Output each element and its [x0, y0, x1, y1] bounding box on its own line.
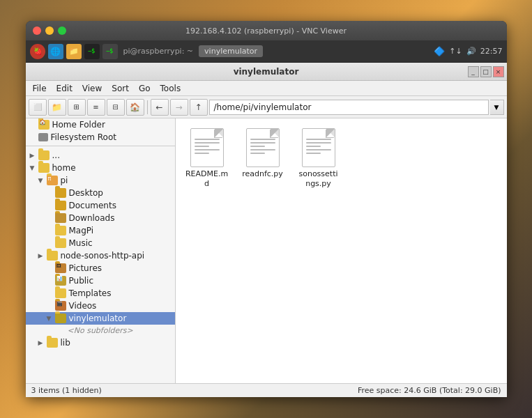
- rpi-logo[interactable]: 🍓: [30, 44, 45, 59]
- folder-icon-videos: 🎬: [55, 301, 66, 311]
- terminal-tab[interactable]: pi@raspberrypi: ~: [121, 47, 197, 56]
- close-button[interactable]: [33, 26, 41, 35]
- fm-close-button[interactable]: ×: [493, 66, 504, 77]
- folder-icon-lib: [47, 338, 58, 348]
- fm-files-area: README.md readnfc.py: [176, 118, 507, 383]
- file-item-readme[interactable]: README.md: [183, 125, 231, 192]
- menu-tools[interactable]: Tools: [156, 83, 185, 94]
- arrow-lib: ▶: [38, 339, 47, 346]
- rpi-taskbar: 🍓 🌐 📁 ─$ ─$ pi@raspberrypi: ~ vinylemula…: [26, 40, 507, 63]
- tb-home-btn[interactable]: 🏠: [126, 99, 144, 116]
- sidebar-item-home[interactable]: ▼ home: [26, 162, 175, 174]
- fm-maximize-button[interactable]: □: [480, 66, 492, 77]
- browser-button[interactable]: 🌐: [48, 44, 63, 59]
- tb-icon-view-btn[interactable]: ⬜: [29, 99, 47, 116]
- file-item-sonosset[interactable]: sonossettings.py: [294, 125, 343, 192]
- folder-icon-documents: [55, 201, 66, 210]
- hdd-icon: [38, 133, 48, 141]
- forward-button[interactable]: →: [170, 99, 188, 116]
- folder-icon-vinyl: [55, 314, 66, 323]
- tree-arrow-pi: ▼: [38, 177, 47, 184]
- file-item-readnfc[interactable]: readnfc.py: [238, 125, 287, 192]
- tb-folder-btn[interactable]: 📁: [48, 99, 66, 116]
- file-line: [250, 149, 275, 150]
- sidebar-item-magpi[interactable]: MagPi: [26, 224, 175, 237]
- sidebar-label-music: Music: [69, 238, 93, 248]
- terminal-button[interactable]: ─$: [84, 44, 100, 59]
- file-line: [250, 153, 266, 154]
- sidebar-item-vinylemulator[interactable]: ▼ vinylemulator: [26, 312, 175, 325]
- status-free-space: Free space: 24.6 GiB (Total: 29.0 GiB): [358, 386, 501, 395]
- sidebar-label-home: home: [52, 163, 76, 173]
- back-button[interactable]: ←: [151, 99, 169, 116]
- sidebar-label-pi: pi: [61, 176, 68, 185]
- sidebar-item-node-sonos[interactable]: ▶ node-sonos-http-api: [26, 249, 175, 262]
- sidebar-item-documents[interactable]: Documents: [26, 199, 175, 212]
- file-line: [306, 142, 331, 144]
- sidebar-item-pi[interactable]: ▼ π pi: [26, 174, 175, 187]
- nosub-label: <No subfolders>: [68, 326, 133, 335]
- sidebar-label-dotdot: ...: [52, 150, 60, 160]
- volume-icon: 🔊: [466, 47, 476, 56]
- file-line: [195, 153, 210, 154]
- menu-go[interactable]: Go: [135, 83, 155, 94]
- active-tab[interactable]: vinylemulator: [199, 45, 263, 57]
- folder-icon-node-sonos: [47, 251, 58, 261]
- sidebar-label-templates: Templates: [69, 288, 112, 298]
- sidebar-item-videos[interactable]: 🎬 Videos: [26, 300, 175, 312]
- sidebar-label-downloads: Downloads: [69, 213, 115, 223]
- address-dropdown[interactable]: ▼: [490, 100, 504, 115]
- file-line: [250, 142, 275, 144]
- tb-list-view-btn[interactable]: ≡: [87, 99, 105, 116]
- maximize-button[interactable]: [58, 26, 66, 35]
- sidebar-item-desktop[interactable]: Desktop: [26, 187, 175, 199]
- minimize-button[interactable]: [45, 26, 54, 35]
- sidebar-item-home-folder[interactable]: 🏠 Home Folder: [26, 118, 175, 131]
- folder-icon-templates: [55, 288, 66, 298]
- sidebar-item-filesystem-root[interactable]: Filesystem Root: [26, 131, 175, 144]
- status-items-count: 3 items (1 hidden): [31, 386, 102, 395]
- tree-arrow-dotdot: ▶: [30, 152, 38, 159]
- fm-title: vinylemulator: [234, 67, 299, 77]
- bluetooth-icon: 🔷: [434, 46, 445, 56]
- menu-sort[interactable]: Sort: [107, 83, 133, 94]
- toolbar-separator-1: [147, 100, 148, 114]
- sidebar-label-pictures: Pictures: [69, 263, 102, 273]
- file-corner: [215, 129, 223, 137]
- tb-grid-view-btn[interactable]: ⊞: [68, 99, 86, 116]
- sidebar-item-templates[interactable]: Templates: [26, 287, 175, 300]
- menu-file[interactable]: File: [29, 83, 51, 94]
- sidebar-label-lib: lib: [61, 338, 70, 348]
- fm-titlebar: vinylemulator _ □ ×: [26, 63, 507, 81]
- terminal2-button[interactable]: ─$: [102, 44, 118, 59]
- filemanager-taskbar-button[interactable]: 📁: [66, 44, 82, 59]
- menu-edit[interactable]: Edit: [52, 83, 77, 94]
- sidebar-label-desktop: Desktop: [69, 188, 104, 198]
- sidebar-item-music[interactable]: Music: [26, 237, 175, 249]
- folder-icon-downloads: [55, 213, 66, 223]
- sidebar-item-dotdot[interactable]: ▶ ...: [26, 149, 175, 162]
- sidebar-label-videos: Videos: [69, 301, 97, 311]
- sidebar-label-magpi: MagPi: [69, 226, 94, 235]
- network-icon: ↑↓: [449, 47, 462, 56]
- tb-detail-view-btn[interactable]: ⊟: [107, 99, 125, 116]
- sidebar-item-public[interactable]: 📊 Public: [26, 274, 175, 287]
- sidebar-item-downloads[interactable]: Downloads: [26, 212, 175, 224]
- fm-toolbar: ⬜ 📁 ⊞ ≡ ⊟ 🏠 ← → ↑ /home/pi/vinylemulator…: [26, 96, 507, 118]
- home-folder-icon: 🏠: [38, 120, 50, 130]
- arrow-node-sonos: ▶: [38, 252, 47, 259]
- sidebar-item-lib[interactable]: ▶ lib: [26, 336, 175, 349]
- fm-window-buttons: _ □ ×: [468, 66, 504, 77]
- file-corner: [326, 129, 335, 137]
- file-line: [195, 142, 220, 144]
- menu-view[interactable]: View: [78, 83, 106, 94]
- sidebar-item-pictures[interactable]: 🖼 Pictures: [26, 262, 175, 274]
- up-button[interactable]: ↑: [190, 99, 208, 116]
- fm-minimize-button[interactable]: _: [468, 66, 479, 77]
- address-bar[interactable]: /home/pi/vinylemulator: [209, 100, 489, 115]
- file-name-readnfc: readnfc.py: [242, 169, 283, 179]
- file-icon-sonosset: [302, 128, 335, 167]
- systray: 🔷 ↑↓ 🔊 22:57: [434, 46, 502, 56]
- sidebar-label-filesystem-root: Filesystem Root: [51, 132, 116, 142]
- file-line: [306, 149, 331, 150]
